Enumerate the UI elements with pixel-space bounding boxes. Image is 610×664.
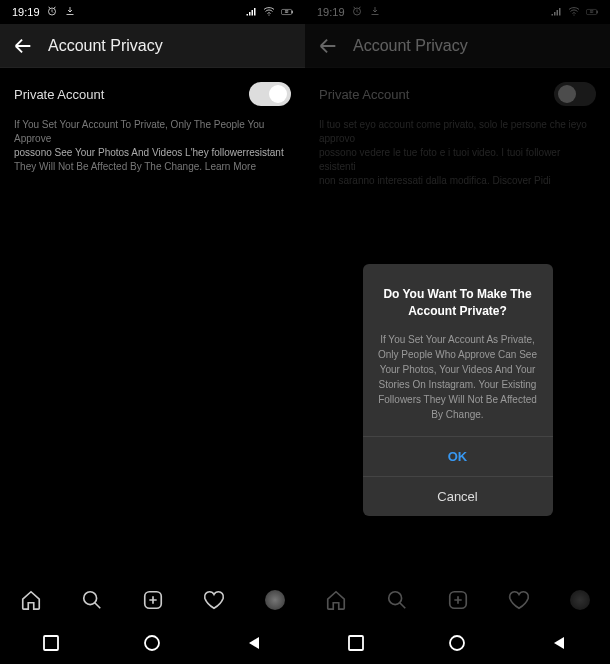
system-nav bbox=[305, 622, 610, 664]
alarm-icon bbox=[351, 5, 363, 19]
search-icon[interactable] bbox=[80, 588, 104, 612]
search-icon[interactable] bbox=[385, 588, 409, 612]
signal-icon bbox=[550, 5, 562, 19]
content-area: Private Account If You Set Your Account … bbox=[0, 68, 305, 578]
svg-rect-16 bbox=[349, 636, 363, 650]
add-post-icon[interactable] bbox=[446, 588, 470, 612]
svg-point-14 bbox=[388, 592, 401, 605]
svg-rect-7 bbox=[44, 636, 58, 650]
battery-icon: 32 bbox=[281, 6, 293, 18]
home-button[interactable] bbox=[143, 634, 161, 652]
home-button[interactable] bbox=[448, 634, 466, 652]
bottom-nav bbox=[0, 578, 305, 622]
profile-icon[interactable] bbox=[263, 588, 287, 612]
battery-icon: 32 bbox=[586, 6, 598, 18]
privacy-description: If You Set Your Account To Private, Only… bbox=[0, 116, 305, 184]
wifi-icon bbox=[263, 5, 275, 19]
header-title: Account Privacy bbox=[353, 37, 468, 55]
svg-rect-3 bbox=[292, 11, 293, 14]
home-icon[interactable] bbox=[19, 588, 43, 612]
bottom-nav bbox=[305, 578, 610, 622]
modal-title: Do You Want To Make The Account Private? bbox=[363, 286, 553, 332]
system-nav bbox=[0, 622, 305, 664]
svg-point-10 bbox=[574, 15, 575, 16]
svg-point-8 bbox=[145, 636, 159, 650]
status-bar: 19:19 32 bbox=[305, 0, 610, 24]
svg-point-17 bbox=[450, 636, 464, 650]
svg-text:32: 32 bbox=[285, 10, 289, 14]
activity-icon[interactable] bbox=[507, 588, 531, 612]
recents-button[interactable] bbox=[42, 634, 60, 652]
screen-right: 19:19 32 Account Privacy Private Account… bbox=[305, 0, 610, 664]
back-button[interactable] bbox=[12, 35, 34, 57]
download-icon bbox=[369, 5, 381, 19]
screen-left: 19:19 32 Account Privacy Private Account… bbox=[0, 0, 305, 664]
profile-icon[interactable] bbox=[568, 588, 592, 612]
back-sys-button[interactable] bbox=[245, 634, 263, 652]
modal-ok-button[interactable]: OK bbox=[363, 436, 553, 476]
status-time: 19:19 bbox=[12, 6, 40, 18]
svg-text:32: 32 bbox=[590, 10, 594, 14]
home-icon[interactable] bbox=[324, 588, 348, 612]
header-title: Account Privacy bbox=[48, 37, 163, 55]
svg-point-5 bbox=[83, 592, 96, 605]
svg-rect-12 bbox=[597, 11, 598, 14]
recents-button[interactable] bbox=[347, 634, 365, 652]
content-area: Private Account Il tuo set eyo account c… bbox=[305, 68, 610, 578]
back-sys-button[interactable] bbox=[550, 634, 568, 652]
add-post-icon[interactable] bbox=[141, 588, 165, 612]
svg-point-1 bbox=[269, 15, 270, 16]
header: Account Privacy bbox=[305, 24, 610, 68]
activity-icon[interactable] bbox=[202, 588, 226, 612]
signal-icon bbox=[245, 5, 257, 19]
private-account-label: Private Account bbox=[14, 87, 104, 102]
modal-body: If You Set Your Account As Private, Only… bbox=[363, 332, 553, 436]
private-account-toggle[interactable] bbox=[249, 82, 291, 106]
alarm-icon bbox=[46, 5, 58, 19]
status-bar: 19:19 32 bbox=[0, 0, 305, 24]
confirm-private-modal: Do You Want To Make The Account Private?… bbox=[363, 264, 553, 516]
status-time: 19:19 bbox=[317, 6, 345, 18]
private-account-row: Private Account bbox=[0, 68, 305, 116]
back-button[interactable] bbox=[317, 35, 339, 57]
wifi-icon bbox=[568, 5, 580, 19]
modal-cancel-button[interactable]: Cancel bbox=[363, 476, 553, 516]
download-icon bbox=[64, 5, 76, 19]
header: Account Privacy bbox=[0, 24, 305, 68]
